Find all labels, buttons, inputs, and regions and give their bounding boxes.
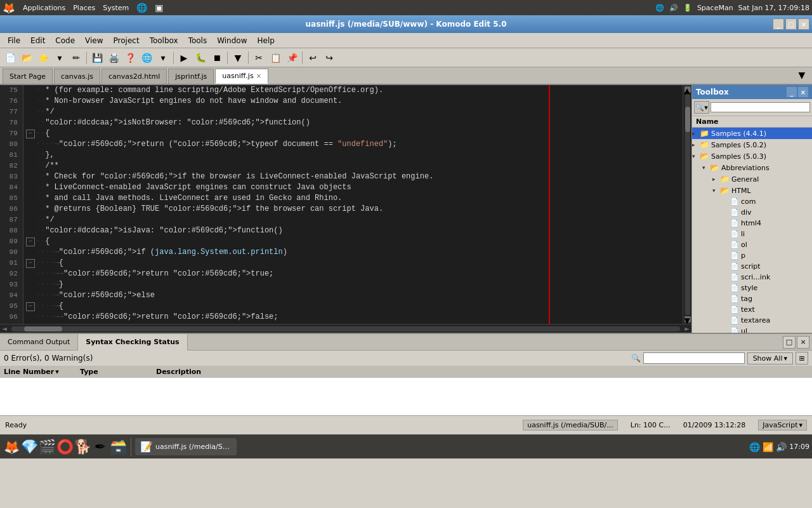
- tree-item-html[interactable]: ▾📂HTML: [692, 185, 812, 196]
- code-line-82[interactable]: ··/**: [23, 161, 676, 171]
- bookmark-button[interactable]: ⭐: [36, 50, 51, 65]
- panel-close-btn[interactable]: ×: [797, 336, 809, 349]
- tree-item-script[interactable]: 📄script: [692, 261, 812, 272]
- open-button[interactable]: 📂: [19, 50, 34, 65]
- code-line-89[interactable]: −··{: [23, 236, 676, 247]
- collapse-marker-79[interactable]: −: [26, 130, 35, 138]
- code-line-78[interactable]: ··"color:#dcdcaa;">isNotBrowser: "color:…: [23, 117, 676, 128]
- show-all-button[interactable]: Show All ▾: [747, 352, 793, 364]
- code-line-96[interactable]: ····→→"color:#569cd6;">return "color:#56…: [23, 312, 676, 323]
- tab-canvas-js[interactable]: canvas.js: [54, 69, 100, 84]
- h-scroll-track[interactable]: [11, 326, 680, 331]
- tree-arrow-5[interactable]: ▾: [712, 187, 720, 194]
- tree-item-samples-(5.0.3)[interactable]: ▾📂Samples (5.0.3): [692, 150, 812, 162]
- tree-item-text[interactable]: 📄text: [692, 304, 812, 315]
- editor-area[interactable]: 7576777879808182838485868788899091929394…: [0, 85, 691, 324]
- arrow-button[interactable]: ▼: [230, 50, 246, 65]
- dropdown-button[interactable]: ▾: [52, 50, 67, 65]
- tab-start-page[interactable]: Start Page: [3, 69, 53, 84]
- code-line-79[interactable]: −··{: [23, 128, 676, 139]
- toolbox-minimize[interactable]: _: [787, 87, 797, 97]
- browser-button[interactable]: 🌐: [139, 50, 154, 65]
- tree-item-style[interactable]: 📄style: [692, 283, 812, 293]
- tree-arrow-4[interactable]: ▸: [712, 176, 720, 182]
- menu-toolbox[interactable]: Toolbox: [145, 35, 183, 46]
- status-lang[interactable]: JavaScript ▾: [758, 420, 807, 431]
- tree-arrow-1[interactable]: ▸: [692, 142, 700, 148]
- tab-canvas2d-html[interactable]: canvas2d.html: [102, 69, 167, 84]
- tree-item-scri...ink[interactable]: 📄scri...ink: [692, 272, 812, 283]
- code-line-77[interactable]: ··*/: [23, 107, 676, 117]
- inkscape-taskbar-icon[interactable]: ✒️: [91, 438, 109, 456]
- h-scroll-left[interactable]: ◄: [0, 325, 9, 332]
- redo-button[interactable]: ↪: [322, 50, 337, 65]
- tree-item-abbreviations[interactable]: ▾📂Abbreviations: [692, 162, 812, 173]
- collapse-marker-89[interactable]: −: [26, 237, 35, 246]
- taskbar-app-item[interactable]: 📝 uasniff.js (/media/SUB/...: [135, 438, 237, 455]
- tree-item-ol[interactable]: 📄ol: [692, 239, 812, 250]
- menu-project[interactable]: Project: [108, 35, 145, 46]
- tab-syntax-checking[interactable]: Syntax Checking Status: [78, 334, 187, 351]
- menu-file[interactable]: File: [3, 35, 25, 46]
- collapse-marker-95[interactable]: −: [26, 302, 35, 311]
- menu-system[interactable]: System: [103, 4, 129, 12]
- tree-arrow-3[interactable]: ▾: [702, 164, 710, 171]
- camtasia-taskbar-icon[interactable]: 🎬: [38, 438, 56, 456]
- code-line-80[interactable]: ····→"color:#569cd6;">return ("color:#56…: [23, 139, 676, 150]
- cut-button[interactable]: ✂️: [251, 50, 266, 65]
- menu-applications[interactable]: Applications: [23, 4, 65, 12]
- vertical-scrollbar[interactable]: ▲ ▼: [683, 85, 691, 324]
- tree-item-general[interactable]: ▸📁General: [692, 173, 812, 185]
- close-button[interactable]: ×: [798, 18, 809, 30]
- undo-button[interactable]: ↩: [305, 50, 320, 65]
- tree-item-samples-(4.4.1)[interactable]: ▸📁Samples (4.4.1): [692, 128, 812, 139]
- komodo-taskbar-icon[interactable]: 💎: [20, 438, 38, 456]
- tree-item-samples-(5.0.2)[interactable]: ▸📁Samples (5.0.2): [692, 139, 812, 150]
- toolbox-search-btn[interactable]: 🔍▾: [694, 101, 709, 114]
- menu-edit[interactable]: Edit: [25, 35, 50, 46]
- code-line-85[interactable]: ··* and call Java methods. LiveConnect a…: [23, 193, 676, 204]
- filemanager-taskbar-icon[interactable]: 🗃️: [109, 438, 127, 456]
- toolbox-close-btn[interactable]: ×: [798, 87, 808, 97]
- tab-command-output[interactable]: Command Output: [0, 334, 78, 351]
- paste-button[interactable]: 📌: [284, 50, 299, 65]
- new-button[interactable]: 📄: [3, 50, 18, 65]
- tree-item-p[interactable]: 📄p: [692, 250, 812, 261]
- opera-taskbar-icon[interactable]: ⭕: [56, 438, 74, 456]
- menu-places[interactable]: Places: [73, 4, 95, 12]
- code-line-75[interactable]: ··* (for example: command line scripting…: [23, 85, 676, 96]
- code-line-93[interactable]: ····→}: [23, 279, 676, 290]
- run-button[interactable]: ▶: [176, 50, 192, 65]
- tree-arrow-2[interactable]: ▾: [692, 153, 700, 159]
- menu-help[interactable]: Help: [252, 35, 280, 46]
- code-line-76[interactable]: ··* Non-browser JavaScript engines do no…: [23, 96, 676, 107]
- tree-item-html4[interactable]: 📄html4: [692, 218, 812, 229]
- code-line-83[interactable]: ··* Check for "color:#569cd6;">if the br…: [23, 171, 676, 182]
- expand-panel-btn[interactable]: ⊞: [796, 352, 808, 364]
- col-type[interactable]: Type: [80, 368, 156, 376]
- code-line-91[interactable]: −····→{: [23, 258, 676, 269]
- minimize-button[interactable]: _: [773, 18, 784, 30]
- edit-button[interactable]: ✏️: [69, 50, 84, 65]
- tab-uasniff-js[interactable]: uasniff.js ×: [215, 69, 268, 84]
- debug-button[interactable]: 🐛: [193, 50, 208, 65]
- print-button[interactable]: 🖨️: [106, 50, 121, 65]
- maximize-button[interactable]: □: [785, 18, 797, 30]
- code-line-84[interactable]: ··* LiveConnect-enabled JavaScript engin…: [23, 182, 676, 193]
- tree-item-tag[interactable]: 📄tag: [692, 293, 812, 304]
- menu-window[interactable]: Window: [212, 35, 252, 46]
- col-line-number[interactable]: Line Number ▾: [4, 368, 80, 376]
- h-scroll-thumb[interactable]: [24, 326, 62, 331]
- code-line-97[interactable]: ····→}: [23, 323, 676, 324]
- tab-close-icon[interactable]: ×: [256, 72, 261, 79]
- code-content[interactable]: ··* (for example: command line scripting…: [23, 85, 683, 324]
- tab-jsprintf-js[interactable]: jsprintf.js: [168, 69, 214, 84]
- stop-button[interactable]: ⏹: [209, 50, 225, 65]
- tree-item-div[interactable]: 📄div: [692, 207, 812, 218]
- toolbox-search-input[interactable]: [710, 102, 810, 112]
- code-line-94[interactable]: ····→"color:#569cd6;">else: [23, 290, 676, 301]
- menu-tools[interactable]: Tools: [183, 35, 213, 46]
- code-line-87[interactable]: ··*/: [23, 215, 676, 225]
- search-input[interactable]: [643, 352, 745, 364]
- code-line-95[interactable]: −····→{: [23, 301, 676, 312]
